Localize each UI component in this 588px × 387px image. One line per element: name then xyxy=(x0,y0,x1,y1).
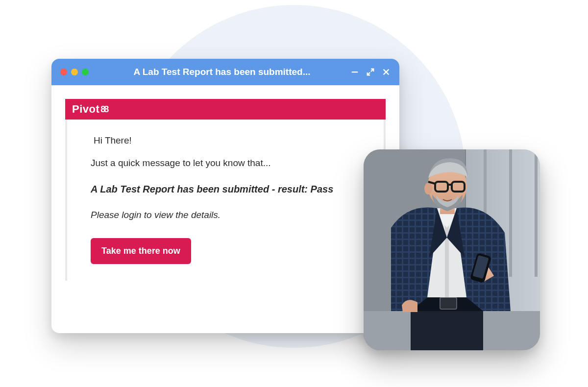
email-instruction: Please login to view the details. xyxy=(91,209,364,221)
brand-name: Pivot xyxy=(72,103,99,116)
minimize-dot-icon[interactable] xyxy=(71,69,78,75)
email-headline: A Lab Test Report has been submitted - r… xyxy=(91,183,364,196)
svg-rect-17 xyxy=(440,297,457,309)
window-titlebar: A Lab Test Report has been submitted... xyxy=(51,59,399,85)
window-body: Pivot88 Hi There! Just a quick message t… xyxy=(51,85,399,333)
email-content: Hi There! Just a quick message to let yo… xyxy=(72,122,379,276)
email-window: A Lab Test Report has been submitted... … xyxy=(51,59,399,333)
email-content-frame: Hi There! Just a quick message to let yo… xyxy=(65,120,386,281)
close-dot-icon[interactable] xyxy=(60,69,67,75)
email-greeting: Hi There! xyxy=(91,134,364,147)
brand-suffix: 88 xyxy=(100,104,107,115)
expand-icon[interactable] xyxy=(366,68,375,76)
svg-point-22 xyxy=(424,183,432,194)
minimize-icon[interactable] xyxy=(350,68,359,76)
window-title: A Lab Test Report has been submitted... xyxy=(94,67,350,77)
person-illustration xyxy=(364,149,540,350)
email-intro: Just a quick message to let you know tha… xyxy=(91,157,364,169)
brand-bar: Pivot88 xyxy=(65,99,386,120)
zoom-dot-icon[interactable] xyxy=(82,69,89,75)
traffic-lights xyxy=(60,69,89,75)
person-photo-card xyxy=(364,149,540,350)
close-icon[interactable] xyxy=(382,68,391,76)
cta-button[interactable]: Take me there now xyxy=(91,238,191,264)
window-actions xyxy=(350,68,391,76)
